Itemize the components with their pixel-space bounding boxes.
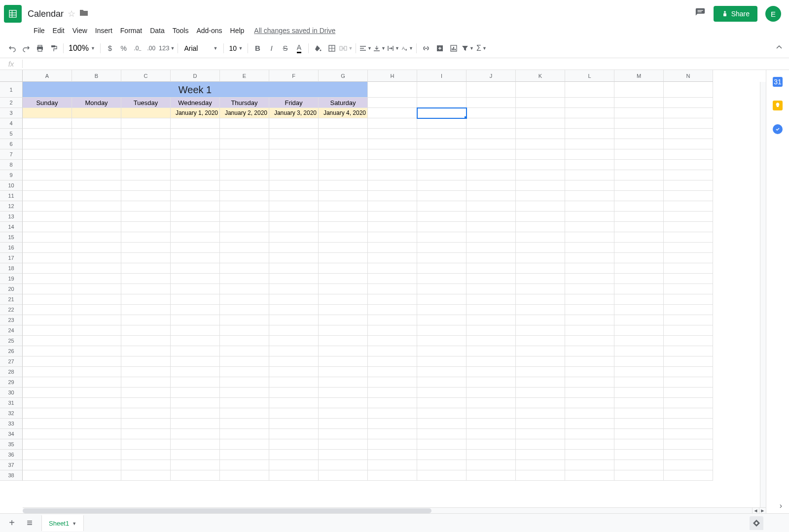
cell-K4[interactable] (516, 118, 565, 129)
row-header-1[interactable]: 1 (0, 82, 23, 98)
cell-J23[interactable] (466, 315, 516, 325)
row-header-32[interactable]: 32 (0, 408, 23, 419)
row-header-38[interactable]: 38 (0, 470, 23, 481)
cell-H22[interactable] (368, 305, 417, 315)
cell-K16[interactable] (516, 243, 565, 253)
cell-B37[interactable] (72, 460, 121, 470)
cell-N11[interactable] (664, 191, 713, 201)
column-header-B[interactable]: B (72, 70, 121, 82)
cell-A24[interactable] (23, 325, 72, 336)
cell-E21[interactable] (220, 294, 269, 305)
horizontal-align-icon[interactable]: ▼ (359, 42, 372, 55)
cell-B35[interactable] (72, 439, 121, 450)
cell-C18[interactable] (121, 263, 171, 274)
cell-D26[interactable] (171, 346, 220, 356)
cell-I12[interactable] (417, 201, 466, 212)
row-header-18[interactable]: 18 (0, 263, 23, 274)
cell-E33[interactable] (220, 419, 269, 429)
cell-N17[interactable] (664, 253, 713, 263)
cell-L12[interactable] (565, 201, 614, 212)
zoom-select[interactable]: 100%▼ (67, 44, 97, 53)
cell-C30[interactable] (121, 388, 171, 398)
cell-N32[interactable] (664, 408, 713, 419)
cell-A23[interactable] (23, 315, 72, 325)
cell-L11[interactable] (565, 191, 614, 201)
cell-N8[interactable] (664, 160, 713, 170)
cell-J9[interactable] (466, 170, 516, 180)
menu-help[interactable]: Help (226, 25, 249, 36)
cell-A17[interactable] (23, 253, 72, 263)
cell-N30[interactable] (664, 388, 713, 398)
cell-J33[interactable] (466, 419, 516, 429)
cell-D28[interactable] (171, 367, 220, 377)
cell-L7[interactable] (565, 149, 614, 160)
day-header-friday[interactable]: Friday (269, 98, 319, 108)
menu-edit[interactable]: Edit (49, 25, 69, 36)
cell-H14[interactable] (368, 222, 417, 232)
cell-B14[interactable] (72, 222, 121, 232)
cell-L4[interactable] (565, 118, 614, 129)
cell-D23[interactable] (171, 315, 220, 325)
cell-I5[interactable] (417, 129, 466, 139)
cell-H13[interactable] (368, 212, 417, 222)
cell-H24[interactable] (368, 325, 417, 336)
row-header-28[interactable]: 28 (0, 367, 23, 377)
row-header-23[interactable]: 23 (0, 315, 23, 325)
cell-J30[interactable] (466, 388, 516, 398)
cell-D30[interactable] (171, 388, 220, 398)
menu-insert[interactable]: Insert (91, 25, 116, 36)
cell-I19[interactable] (417, 274, 466, 284)
cell-L31[interactable] (565, 398, 614, 408)
cell-H35[interactable] (368, 439, 417, 450)
column-header-C[interactable]: C (121, 70, 171, 82)
row-header-9[interactable]: 9 (0, 170, 23, 180)
cell-B33[interactable] (72, 419, 121, 429)
cell-B13[interactable] (72, 212, 121, 222)
cell-D33[interactable] (171, 419, 220, 429)
cell-D9[interactable] (171, 170, 220, 180)
cell-B32[interactable] (72, 408, 121, 419)
cell-N26[interactable] (664, 346, 713, 356)
cell-D14[interactable] (171, 222, 220, 232)
cell-H2[interactable] (368, 98, 417, 108)
cell-D24[interactable] (171, 325, 220, 336)
cell-M28[interactable] (614, 367, 664, 377)
cell-I31[interactable] (417, 398, 466, 408)
row-header-11[interactable]: 11 (0, 191, 23, 201)
cell-L18[interactable] (565, 263, 614, 274)
cell-I22[interactable] (417, 305, 466, 315)
cell-E3[interactable]: January 2, 2020 (220, 108, 269, 118)
cell-A28[interactable] (23, 367, 72, 377)
sheets-app-icon[interactable] (4, 5, 22, 23)
cell-E27[interactable] (220, 356, 269, 367)
cell-F26[interactable] (269, 346, 319, 356)
cell-I9[interactable] (417, 170, 466, 180)
functions-icon[interactable]: Σ▼ (475, 42, 488, 55)
cell-K20[interactable] (516, 284, 565, 294)
cell-D8[interactable] (171, 160, 220, 170)
cell-K10[interactable] (516, 180, 565, 191)
cell-C36[interactable] (121, 450, 171, 460)
cell-B34[interactable] (72, 429, 121, 439)
cell-A33[interactable] (23, 419, 72, 429)
cell-M33[interactable] (614, 419, 664, 429)
cell-E16[interactable] (220, 243, 269, 253)
cell-G30[interactable] (319, 388, 368, 398)
cell-J20[interactable] (466, 284, 516, 294)
cell-J34[interactable] (466, 429, 516, 439)
cell-N37[interactable] (664, 460, 713, 470)
cell-G10[interactable] (319, 180, 368, 191)
cell-K3[interactable] (516, 108, 565, 118)
formula-input[interactable] (23, 60, 789, 68)
cell-I28[interactable] (417, 367, 466, 377)
cell-K7[interactable] (516, 149, 565, 160)
cell-M13[interactable] (614, 212, 664, 222)
cell-J10[interactable] (466, 180, 516, 191)
cell-J8[interactable] (466, 160, 516, 170)
cell-A13[interactable] (23, 212, 72, 222)
cell-G5[interactable] (319, 129, 368, 139)
cell-D11[interactable] (171, 191, 220, 201)
cell-M20[interactable] (614, 284, 664, 294)
cell-I23[interactable] (417, 315, 466, 325)
cell-L9[interactable] (565, 170, 614, 180)
